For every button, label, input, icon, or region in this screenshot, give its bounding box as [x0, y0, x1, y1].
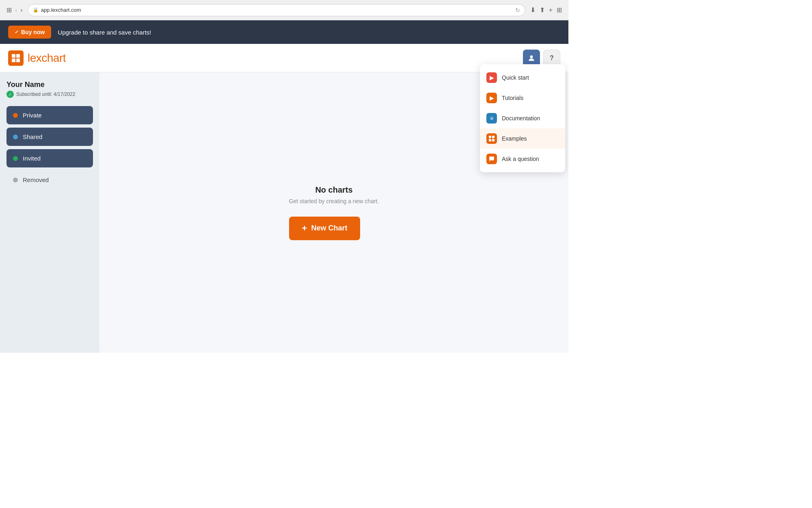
back-icon[interactable]: ‹: [15, 7, 17, 14]
tutorials-icon: ▶: [486, 93, 497, 103]
quickstart-icon: ▶: [486, 72, 497, 83]
dropdown-item-quickstart[interactable]: ▶ Quick start: [480, 67, 565, 88]
svg-point-4: [530, 55, 533, 58]
browser-nav: ⊞ ‹ ›: [6, 6, 23, 14]
banner-message: Upgrade to share and save charts!: [58, 29, 151, 36]
user-name: Your Name: [6, 80, 93, 89]
apps-icon[interactable]: ⊞: [557, 6, 562, 14]
examples-label: Examples: [502, 135, 527, 142]
sidebar: Your Name ✓ Subscribed until: 4/17/2022 …: [0, 72, 99, 353]
new-chart-button[interactable]: + New Chart: [289, 217, 361, 240]
svg-rect-7: [489, 139, 491, 141]
sidebar-item-private[interactable]: Private: [6, 106, 93, 124]
ask-question-label: Ask a question: [502, 156, 539, 162]
address-bar[interactable]: 🔒 app.lexchart.com ↻: [28, 4, 525, 16]
tab-grid-icon[interactable]: ⊞: [6, 6, 12, 14]
logo[interactable]: lexchart: [8, 50, 66, 66]
ask-question-icon: [486, 154, 497, 164]
empty-subtitle: Get started by creating a new chart.: [289, 198, 379, 204]
quickstart-label: Quick start: [502, 74, 529, 81]
private-label: Private: [23, 112, 42, 119]
empty-state: No charts Get started by creating a new …: [289, 185, 379, 240]
shared-label: Shared: [23, 133, 42, 140]
upgrade-banner: ✓ Buy now Upgrade to share and save char…: [0, 20, 568, 44]
browser-chrome: ⊞ ‹ › 🔒 app.lexchart.com ↻ ⬇ ⬆ + ⊞: [0, 0, 568, 20]
subscription-info: ✓ Subscribed until: 4/17/2022: [6, 91, 93, 98]
plus-icon: +: [302, 223, 307, 234]
dropdown-item-examples[interactable]: Examples: [480, 128, 565, 149]
help-icon: ?: [550, 54, 554, 62]
svg-rect-6: [492, 136, 495, 138]
url-text: app.lexchart.com: [41, 7, 81, 13]
share-icon[interactable]: ⬆: [540, 6, 545, 14]
check-icon: ✓: [15, 29, 19, 35]
private-dot: [13, 113, 18, 118]
svg-rect-0: [12, 54, 15, 58]
invited-dot: [13, 156, 18, 161]
documentation-label: Documentation: [502, 115, 540, 122]
buy-now-label: Buy now: [21, 29, 45, 35]
sidebar-item-removed[interactable]: Removed: [6, 171, 93, 189]
help-dropdown: ▶ Quick start ▶ Tutorials ≡ Documentatio…: [480, 64, 565, 172]
examples-icon: [486, 133, 497, 144]
tutorials-label: Tutorials: [502, 95, 523, 101]
svg-rect-2: [12, 59, 15, 62]
sidebar-item-invited[interactable]: Invited: [6, 149, 93, 167]
logo-icon: [8, 50, 24, 66]
logo-text: lexchart: [28, 52, 66, 65]
sidebar-item-shared[interactable]: Shared: [6, 128, 93, 146]
shared-dot: [13, 135, 18, 139]
subscription-badge: ✓: [6, 91, 14, 98]
new-tab-icon[interactable]: +: [549, 7, 553, 14]
subscription-text: Subscribed until: 4/17/2022: [16, 91, 75, 97]
documentation-icon: ≡: [486, 113, 497, 124]
svg-rect-3: [16, 59, 20, 62]
buy-now-button[interactable]: ✓ Buy now: [8, 26, 51, 39]
removed-dot: [13, 178, 18, 182]
invited-label: Invited: [23, 155, 41, 162]
dropdown-item-tutorials[interactable]: ▶ Tutorials: [480, 88, 565, 108]
svg-rect-8: [492, 139, 495, 141]
empty-title: No charts: [289, 185, 379, 195]
svg-rect-5: [489, 136, 491, 138]
new-chart-label: New Chart: [311, 224, 347, 232]
app-header: lexchart ? ▶ Quick start ▶ Tutorials ≡ D…: [0, 44, 568, 72]
removed-label: Removed: [23, 176, 49, 183]
download-icon[interactable]: ⬇: [530, 6, 536, 14]
dropdown-item-documentation[interactable]: ≡ Documentation: [480, 108, 565, 128]
lock-icon: 🔒: [33, 7, 39, 13]
forward-icon[interactable]: ›: [20, 7, 22, 14]
reload-icon[interactable]: ↻: [515, 7, 520, 13]
browser-actions: ⬇ ⬆ + ⊞: [530, 6, 562, 14]
dropdown-item-ask-question[interactable]: Ask a question: [480, 149, 565, 169]
svg-rect-1: [16, 54, 20, 58]
